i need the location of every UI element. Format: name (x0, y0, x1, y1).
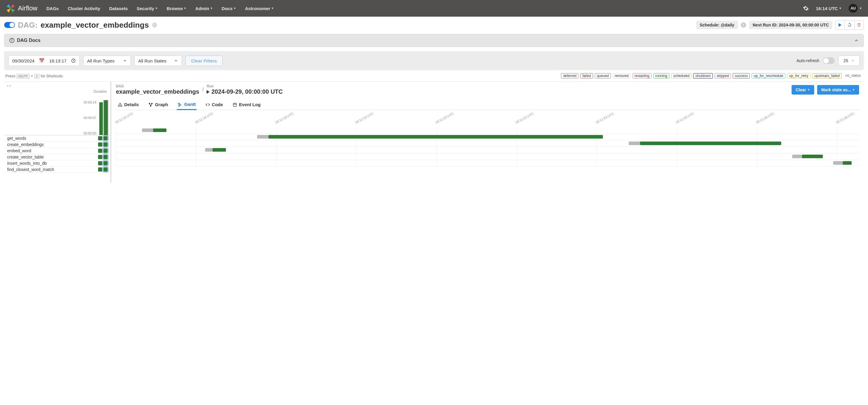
run-states-select[interactable]: All Run States (134, 56, 182, 66)
legend-item-no_status[interactable]: no_status (844, 73, 863, 79)
legend-item-deferred[interactable]: deferred (561, 73, 579, 79)
legend-item-queued[interactable]: queued (595, 73, 611, 79)
task-row-create_vector_table[interactable]: create_vector_table (4, 154, 111, 160)
dag-enable-toggle[interactable] (4, 22, 15, 28)
tab-event-log[interactable]: Event Log (232, 99, 261, 110)
filter-bar: 09/30/2024 📅 16:13:17 All Run Types All … (4, 51, 864, 70)
avatar-caret[interactable]: ▼ (859, 7, 862, 10)
gear-icon[interactable] (803, 5, 809, 11)
gantt-queued-bar[interactable] (257, 135, 269, 138)
svg-rect-10 (150, 105, 151, 106)
nav-datasets[interactable]: Datasets (109, 6, 128, 11)
details-panel: DAG example_vector_embeddings / Run 2024… (111, 82, 864, 183)
legend-item-success[interactable]: success (733, 73, 750, 79)
gantt-row (116, 134, 859, 141)
task-status-box[interactable] (98, 167, 102, 172)
nav-browse[interactable]: Browse▼ (167, 6, 186, 11)
task-status-box[interactable] (103, 143, 107, 147)
task-row-insert_words_into_db[interactable]: insert_words_into_db (4, 160, 111, 166)
nav-cluster-activity[interactable]: Cluster Activity (68, 6, 100, 11)
legend-item-up_for_reschedule[interactable]: up_for_reschedule (751, 73, 785, 79)
count-select[interactable]: 25 (838, 56, 860, 66)
task-status-box[interactable] (98, 149, 102, 153)
task-name: insert_words_into_db (7, 161, 98, 166)
task-row-create_embeddings[interactable]: create_embeddings (4, 142, 111, 148)
auto-refresh-toggle[interactable] (823, 57, 835, 64)
nav-docs[interactable]: Docs▼ (222, 6, 236, 11)
run-bar-0[interactable] (99, 102, 103, 135)
trigger-button[interactable] (835, 20, 845, 30)
task-status-box[interactable] (103, 161, 107, 165)
breadcrumb-dag-value[interactable]: example_vector_embeddings (116, 88, 199, 95)
tree-panel: Duration 00:00:14 00:00:07 00:00:00 get_… (4, 82, 111, 183)
avatar[interactable]: AU (849, 4, 858, 13)
gantt-task-bar[interactable] (269, 135, 603, 138)
tab-graph[interactable]: Graph (148, 99, 168, 110)
date-filter[interactable]: 09/30/2024 📅 16:13:17 (8, 55, 80, 66)
breadcrumb-run-value[interactable]: 2024-09-29, 00:00:00 UTC (207, 88, 283, 95)
gantt-task-bar[interactable] (802, 155, 823, 158)
clear-button[interactable]: Clear ▼ (792, 85, 814, 95)
svg-point-4 (11, 39, 12, 40)
legend-item-running[interactable]: running (653, 73, 670, 79)
info-icon (9, 38, 14, 43)
legend-item-shutdown[interactable]: shutdown (693, 73, 713, 79)
legend-item-skipped[interactable]: skipped (715, 73, 731, 79)
gantt-icon (178, 102, 182, 107)
task-row-find_closest_word_match[interactable]: find_closest_word_match (4, 166, 111, 173)
gantt-queued-bar[interactable] (833, 161, 843, 165)
legend-item-upstream_failed[interactable]: upstream_failed (812, 73, 842, 79)
docs-title: DAG Docs (17, 38, 40, 43)
gantt-task-bar[interactable] (843, 161, 851, 165)
auto-refresh-label: Auto-refresh (796, 58, 819, 63)
nav-astronomer[interactable]: Astronomer▼ (245, 6, 274, 11)
breadcrumb-sep: / (202, 87, 204, 93)
legend-item-up_for_retry[interactable]: up_for_retry (787, 73, 811, 79)
nav-admin[interactable]: Admin▼ (195, 6, 213, 11)
legend-item-scheduled[interactable]: scheduled (671, 73, 692, 79)
dag-docs-panel[interactable]: DAG Docs (4, 34, 864, 47)
task-status-box[interactable] (98, 136, 102, 141)
legend-item-removed[interactable]: removed (613, 73, 631, 79)
task-status-box[interactable] (103, 155, 107, 159)
run-types-select[interactable]: All Run Types (83, 56, 131, 66)
dataset-icon (152, 22, 157, 28)
svg-point-1 (154, 24, 155, 26)
gantt-task-bar[interactable] (213, 148, 226, 152)
graph-icon (148, 102, 153, 107)
next-run-badge[interactable]: Next Run ID: 2024-09-30, 00:00:00 UTC (749, 21, 832, 29)
clock-display[interactable]: 16:14 UTC ▼ (816, 6, 841, 11)
gantt-task-bar[interactable] (153, 128, 166, 132)
task-status-box[interactable] (98, 143, 102, 147)
nav-dags[interactable]: DAGs (46, 6, 59, 11)
refresh-button[interactable] (845, 20, 854, 30)
gantt-task-bar[interactable] (640, 142, 781, 145)
dag-label: DAG: (18, 21, 37, 30)
gantt-queued-bar[interactable] (629, 142, 640, 145)
run-bar-1[interactable] (104, 100, 107, 135)
task-status-box[interactable] (98, 161, 102, 165)
schedule-badge[interactable]: Schedule: @daily (696, 21, 738, 29)
legend-item-restarting[interactable]: restarting (632, 73, 652, 79)
tab-code[interactable]: Code (205, 99, 224, 110)
tab-gantt[interactable]: Gantt (177, 99, 196, 110)
mark-state-button[interactable]: Mark state as... ▼ (817, 85, 859, 95)
delete-button[interactable] (854, 20, 864, 30)
task-status-box[interactable] (103, 136, 107, 141)
gantt-queued-bar[interactable] (205, 148, 213, 152)
task-status-box[interactable] (103, 167, 107, 172)
legend-item-failed[interactable]: failed (580, 73, 593, 79)
task-name: create_vector_table (7, 155, 98, 159)
dag-name: example_vector_embeddings (40, 21, 149, 30)
tab-details[interactable]: Details (117, 99, 140, 110)
task-row-get_words[interactable]: get_words (4, 135, 111, 142)
task-status-box[interactable] (98, 155, 102, 159)
gantt-queued-bar[interactable] (792, 155, 802, 158)
info-icon[interactable]: i (741, 22, 746, 28)
nav-security[interactable]: Security▼ (137, 6, 158, 11)
clear-filters-button[interactable]: Clear Filters (185, 56, 223, 66)
brand[interactable]: Airflow (6, 4, 37, 13)
collapse-icon[interactable] (4, 82, 111, 88)
task-status-box[interactable] (103, 149, 107, 153)
task-row-embed_word[interactable]: embed_word (4, 148, 111, 154)
